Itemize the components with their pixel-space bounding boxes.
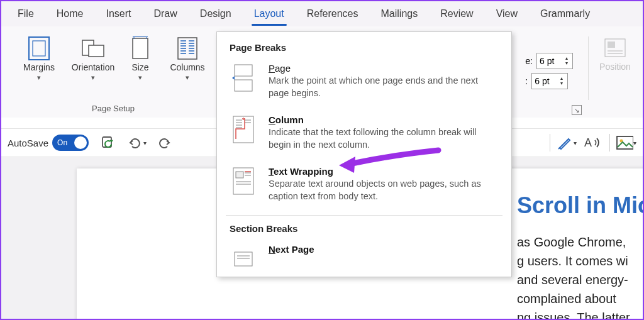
chevron-down-icon: ▾	[574, 140, 577, 146]
menu-item-title: Column	[269, 114, 495, 125]
columns-label: Columns	[170, 62, 204, 72]
autosave-toggle[interactable]: On	[52, 135, 89, 151]
menu-item-desc: Mark the point at which one page ends an…	[269, 75, 495, 99]
document-body-line: ng issues. The latter	[517, 308, 644, 320]
group-label-page-setup: Page Setup	[92, 100, 135, 117]
column-break-icon	[230, 114, 257, 145]
svg-rect-48	[617, 136, 633, 149]
ribbon-tabs-bar: File Home Insert Draw Design Layout Refe…	[1, 1, 643, 26]
document-body-line: and several energy-	[517, 270, 644, 289]
size-icon	[128, 36, 153, 61]
chevron-down-icon: ▾	[633, 140, 636, 146]
spacing-after-field[interactable]: : ▴▾	[525, 73, 568, 89]
tab-design[interactable]: Design	[189, 3, 243, 25]
chevron-down-icon: ▾	[91, 74, 95, 82]
paragraph-dialog-launcher[interactable]: ↘	[572, 105, 582, 115]
chevron-down-icon: ▾	[138, 74, 142, 82]
tab-references[interactable]: References	[296, 3, 370, 25]
document-heading: Scroll in Mic	[517, 192, 644, 219]
chevron-down-icon: ▾	[143, 140, 147, 146]
menu-section-page-breaks: Page Breaks	[217, 38, 511, 58]
position-button[interactable]: Position	[596, 33, 634, 74]
menu-item-column-break[interactable]: Column Indicate that the text following …	[217, 109, 511, 161]
menu-item-title: Page	[269, 63, 495, 74]
menu-item-text-wrapping-break[interactable]: Text Wrapping Separate text around objec…	[217, 161, 511, 212]
orientation-label: Orientation	[72, 62, 114, 72]
svg-rect-28	[235, 80, 252, 91]
margins-button[interactable]: Margins ▾	[14, 33, 64, 84]
menu-item-desc: Indicate that the text following the col…	[269, 126, 495, 151]
svg-text:A: A	[584, 136, 592, 149]
menu-section-section-breaks: Section Breaks	[217, 219, 511, 239]
spacing-after-input[interactable]	[531, 73, 568, 89]
undo-button[interactable]: ▾	[126, 133, 147, 153]
document-body-line: complained about	[517, 289, 644, 308]
orientation-icon	[80, 36, 106, 61]
group-arrange: Position	[592, 33, 634, 118]
tab-home[interactable]: Home	[45, 3, 95, 25]
editor-pen-button[interactable]: ▾	[557, 133, 577, 153]
spacing-before-field[interactable]: e: ▴▾	[525, 53, 568, 69]
breaks-dropdown-menu: Page Breaks Page Mark the point at which…	[216, 31, 512, 277]
svg-rect-4	[133, 38, 148, 58]
next-page-break-icon	[230, 244, 257, 274]
menu-item-desc: Separate text around objects on web page…	[269, 178, 495, 202]
redo-button[interactable]	[155, 133, 175, 153]
menu-item-title: Text Wrapping	[269, 166, 495, 177]
document-body-line: as Google Chrome,	[517, 233, 644, 251]
svg-rect-1	[33, 41, 45, 56]
menu-item-title: Next Page	[269, 244, 314, 255]
svg-rect-27	[235, 65, 252, 76]
tab-view[interactable]: View	[485, 3, 529, 25]
menu-item-page-break[interactable]: Page Mark the point at which one page en…	[217, 58, 511, 109]
menu-item-next-page-break[interactable]: Next Page	[217, 239, 511, 277]
sync-button[interactable]	[97, 133, 118, 153]
chevron-down-icon: ▾	[186, 74, 189, 82]
tab-grammarly[interactable]: Grammarly	[529, 3, 601, 25]
tab-draw[interactable]: Draw	[142, 3, 188, 25]
orientation-button[interactable]: Orientation ▾	[69, 33, 118, 84]
group-page-setup: Margins ▾ Orientation ▾ Size ▾	[10, 33, 216, 118]
picture-button[interactable]: ▾	[616, 133, 636, 153]
size-label: Size	[131, 62, 148, 72]
position-icon	[602, 35, 628, 60]
columns-button[interactable]: Columns ▾	[163, 33, 212, 84]
autosave-label: AutoSave	[8, 138, 48, 148]
document-body-line: g users. It comes wi	[517, 251, 644, 270]
spacing-before-input[interactable]	[536, 53, 573, 69]
tab-insert[interactable]: Insert	[94, 3, 142, 25]
position-label: Position	[599, 62, 631, 72]
tab-file[interactable]: File	[6, 3, 45, 25]
svg-rect-43	[235, 252, 252, 266]
margins-label: Margins	[23, 62, 55, 72]
tab-review[interactable]: Review	[429, 3, 484, 25]
columns-icon	[175, 36, 200, 61]
margins-icon	[26, 36, 52, 61]
size-button[interactable]: Size ▾	[123, 33, 158, 84]
svg-rect-24	[608, 41, 615, 48]
svg-rect-37	[236, 172, 243, 178]
chevron-down-icon: ▾	[37, 74, 41, 82]
svg-rect-3	[89, 45, 104, 57]
tab-mailings[interactable]: Mailings	[370, 3, 430, 25]
page-break-icon	[230, 63, 257, 93]
svg-rect-46	[103, 137, 111, 147]
text-wrapping-icon	[230, 166, 257, 196]
tab-layout[interactable]: Layout	[243, 3, 296, 25]
read-aloud-button[interactable]: A	[583, 133, 603, 153]
